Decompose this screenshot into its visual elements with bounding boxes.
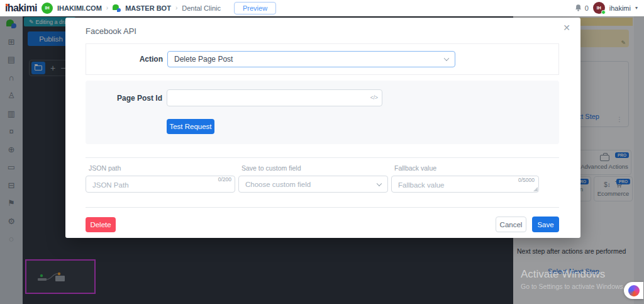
chevron-down-icon — [377, 181, 382, 186]
save-to-custom-field-header: Save to custom field — [238, 164, 388, 172]
app-logo[interactable]: ihakimi — [5, 3, 37, 14]
watermark-line1: Activate Windows — [521, 268, 625, 281]
username[interactable]: ihakimi — [609, 4, 631, 12]
notification-count: 0 — [585, 4, 589, 12]
breadcrumb-separator: › — [175, 4, 177, 11]
action-label: Action — [86, 55, 163, 64]
breadcrumb-bot[interactable]: MASTER BOT — [125, 4, 171, 12]
chevron-down-icon — [444, 56, 449, 61]
response-mapping-section: JSON path Save to custom field Fallback … — [86, 157, 559, 193]
preview-button[interactable]: Preview — [234, 2, 276, 14]
assistant-orb-icon — [628, 285, 640, 296]
fallback-counter: 0/5000 — [518, 177, 535, 183]
save-button[interactable]: Save — [532, 217, 559, 232]
json-path-counter: 0/200 — [218, 176, 231, 183]
breadcrumb-flow[interactable]: Dental Clinic — [182, 4, 221, 12]
workspace-avatar[interactable]: IH — [42, 3, 53, 14]
fallback-value-header: Fallback value — [391, 164, 539, 172]
online-status-dot — [601, 10, 606, 14]
bell-icon — [574, 4, 582, 12]
breadcrumb-separator: › — [106, 4, 108, 11]
user-avatar[interactable]: IH — [593, 2, 605, 14]
breadcrumb-workspace[interactable]: IHAKIMI.COM — [57, 4, 102, 12]
windows-watermark: Activate Windows Go to Settings to activ… — [521, 268, 625, 290]
bot-chat-icon — [113, 4, 121, 12]
fallback-value-textarea[interactable]: Fallback value 0/5000 — [391, 176, 539, 193]
delete-button[interactable]: Delete — [86, 217, 116, 232]
footer-divider — [86, 207, 559, 208]
top-bar: ihakimi IH IHAKIMI.COM › MASTER BOT › De… — [0, 0, 644, 16]
json-path-header: JSON path — [86, 164, 235, 172]
modal-footer: Delete Cancel Save — [86, 217, 559, 232]
logo-text: ihakimi — [5, 3, 37, 13]
custom-field-select[interactable]: Choose custom field — [238, 176, 388, 193]
json-path-input[interactable] — [86, 176, 235, 193]
assistant-pill[interactable] — [624, 282, 643, 299]
page-post-id-input[interactable] — [167, 89, 382, 106]
facebook-api-modal: Facebook API ✕ Action Delete Page Post P… — [65, 18, 580, 238]
chevron-down-icon[interactable]: ▾ — [635, 5, 638, 11]
code-icon[interactable]: </> — [370, 94, 378, 101]
json-path-wrap: 0/200 — [86, 176, 235, 193]
watermark-line2: Go to Settings to activate Windows. — [521, 283, 625, 290]
custom-field-placeholder: Choose custom field — [245, 181, 311, 188]
modal-title: Facebook API — [65, 18, 580, 36]
logo-dot-icon — [6, 4, 8, 6]
parameters-section: Page Post Id </> Test Request — [86, 81, 559, 144]
page-post-id-label: Page Post Id — [86, 94, 162, 103]
notifications-button[interactable]: 0 — [574, 4, 589, 12]
action-select[interactable]: Delete Page Post — [167, 51, 455, 67]
page-post-id-wrap: </> — [167, 89, 382, 106]
fallback-placeholder: Fallback value — [398, 181, 445, 189]
action-select-value: Delete Page Post — [174, 55, 233, 64]
test-request-button[interactable]: Test Request — [167, 119, 214, 134]
action-section: Action Delete Page Post — [86, 43, 559, 75]
close-icon[interactable]: ✕ — [563, 23, 570, 33]
cancel-button[interactable]: Cancel — [496, 217, 526, 232]
user-avatar-initials: IH — [597, 6, 601, 10]
resize-handle-icon[interactable] — [533, 187, 538, 191]
